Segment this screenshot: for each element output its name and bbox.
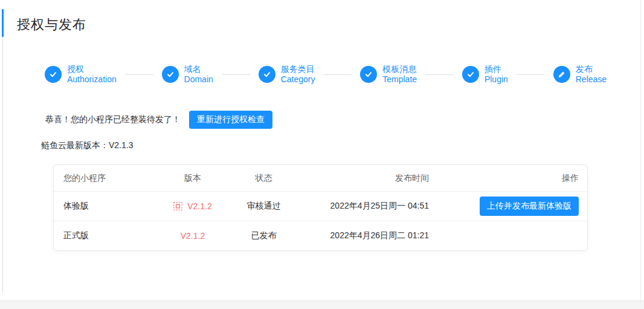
recheck-authorization-button[interactable]: 重新进行授权检查 (189, 111, 272, 129)
steps-wizard: 授权Authorization 域名Domain 服务类目Category 模板… (45, 64, 607, 85)
step-label: 服务类目Category (281, 64, 315, 85)
left-border-line (2, 37, 3, 293)
congrats-row: 恭喜！您的小程序已经整装待发了！ 重新进行授权检查 (45, 111, 272, 129)
check-icon (45, 66, 62, 83)
header-release-time: 发布时间 (298, 173, 437, 184)
title-accent-bar (2, 9, 4, 37)
congrats-text: 恭喜！您的小程序已经整装待发了！ (45, 114, 181, 125)
row-release-time: 2022年4月25日周一 04:51 (298, 201, 437, 212)
table-header-row: 您的小程序 版本 状态 发布时间 操作 (54, 165, 587, 192)
header-miniprogram: 您的小程序 (54, 173, 156, 184)
qrcode-icon[interactable] (173, 202, 182, 210)
row-status: 审核通过 (229, 201, 298, 212)
latest-version-label: 鲢鱼云最新版本： (41, 140, 109, 150)
row-release-time: 2022年4月26日周二 01:21 (298, 230, 437, 241)
step-authorization[interactable]: 授权Authorization (45, 64, 117, 85)
step-release[interactable]: 发布Release (553, 64, 607, 85)
step-connector (425, 74, 454, 75)
latest-version-text: 鲢鱼云最新版本：V2.1.3 (41, 140, 133, 151)
row-version: V2.1.2 (181, 231, 205, 241)
step-connector (222, 74, 250, 75)
header-version: 版本 (156, 173, 229, 184)
step-label: 发布Release (576, 64, 607, 85)
row-name: 正式版 (54, 230, 156, 241)
check-icon (162, 66, 179, 83)
step-category[interactable]: 服务类目Category (259, 64, 315, 85)
step-connector (517, 74, 545, 75)
step-label: 模板消息Template (382, 64, 417, 85)
check-icon (360, 66, 377, 83)
step-label: 域名Domain (184, 64, 213, 85)
latest-version-value: V2.1.3 (109, 140, 133, 150)
step-label: 授权Authorization (67, 64, 117, 85)
row-version: V2.1.2 (187, 201, 211, 211)
step-connector (323, 74, 352, 75)
upload-publish-trial-button[interactable]: 上传并发布最新体验版 (480, 197, 579, 216)
check-icon (259, 66, 275, 83)
page-title: 授权与发布 (17, 16, 86, 34)
table-row-trial: 体验版 V2.1.2 审核通过 2022年4月25日周一 04:51 上传并发布… (54, 192, 587, 221)
header-status: 状态 (229, 173, 298, 184)
step-connector (125, 74, 153, 75)
table-row-official: 正式版 V2.1.2 已发布 2022年4月26日周二 01:21 (54, 221, 587, 250)
row-status: 已发布 (229, 230, 298, 241)
releases-table: 您的小程序 版本 状态 发布时间 操作 体验版 V2.1.2 审核通过 2022… (53, 164, 588, 251)
step-plugin[interactable]: 插件Plugin (462, 64, 508, 85)
step-label: 插件Plugin (485, 64, 508, 85)
row-name: 体验版 (54, 201, 156, 212)
check-icon (462, 66, 479, 83)
bottom-scroll-strip (0, 301, 644, 309)
right-border-line (640, 0, 641, 301)
step-domain[interactable]: 域名Domain (162, 64, 213, 85)
step-template[interactable]: 模板消息Template (360, 64, 417, 85)
pencil-icon (553, 66, 570, 83)
header-operation: 操作 (437, 173, 587, 184)
